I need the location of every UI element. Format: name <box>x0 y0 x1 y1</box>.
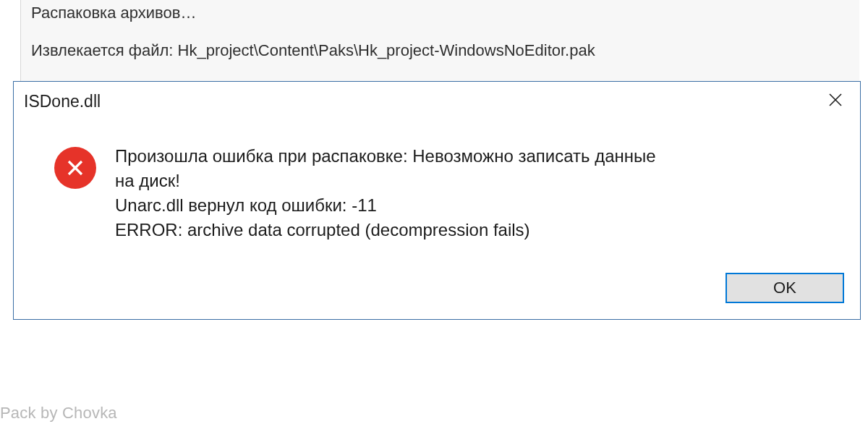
error-line: ERROR: archive data corrupted (decompres… <box>115 218 656 242</box>
ok-button[interactable]: OK <box>726 273 844 303</box>
dialog-title: ISDone.dll <box>24 92 101 111</box>
error-line: Unarc.dll вернул код ошибки: -11 <box>115 193 656 218</box>
error-dialog: ISDone.dll Произошла ошибка при распаков… <box>13 81 861 320</box>
error-message: Произошла ошибка при распаковке: Невозмо… <box>115 144 656 242</box>
close-icon <box>828 93 843 110</box>
installer-progress-panel: Распаковка архивов… Извлекается файл: Hk… <box>20 0 859 90</box>
error-line: Произошла ошибка при распаковке: Невозмо… <box>115 144 656 169</box>
dialog-titlebar[interactable]: ISDone.dll <box>14 82 860 121</box>
progress-filename-text: Извлекается файл: Hk_project\Content\Pak… <box>31 41 849 60</box>
error-icon <box>54 147 96 189</box>
progress-status-text: Распаковка архивов… <box>31 4 849 22</box>
close-button[interactable] <box>811 82 860 121</box>
dialog-footer: OK <box>14 273 860 319</box>
dialog-body: Произошла ошибка при распаковке: Невозмо… <box>14 121 860 273</box>
watermark-text: Pack by Chovka <box>0 404 117 423</box>
error-line: на диск! <box>115 169 656 193</box>
